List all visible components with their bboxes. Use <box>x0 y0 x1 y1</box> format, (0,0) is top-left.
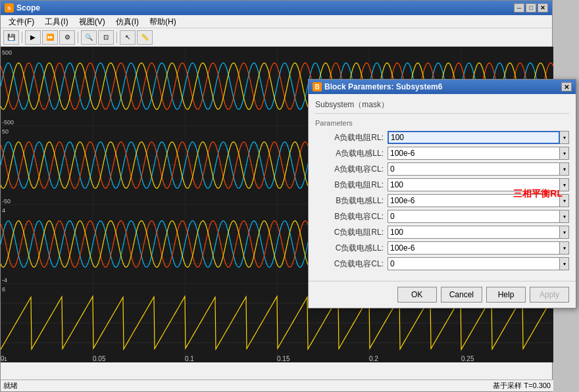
toolbar: 💾 ▶ ⏩ ⚙ 🔍 ⊡ ↖ 📏 <box>1 28 552 47</box>
param-menu-btn-8[interactable]: ▾ <box>560 257 569 270</box>
param-menu-btn-0[interactable]: ▾ <box>560 131 569 144</box>
param-input-2[interactable] <box>388 162 560 176</box>
minimize-button[interactable]: ─ <box>514 3 524 12</box>
param-label-0: A负载电阻RL: <box>315 132 388 143</box>
help-button[interactable]: Help <box>486 287 526 303</box>
block-params-dialog: B Block Parameters: Subsystem6 ✕ Subsyst… <box>308 79 576 308</box>
param-input-4[interactable] <box>388 194 560 207</box>
param-menu-btn-4[interactable]: ▾ <box>560 194 569 207</box>
scope-title-bar: S Scope ─ □ ✕ <box>1 1 552 15</box>
param-menu-btn-3[interactable]: ▾ <box>560 178 569 191</box>
apply-button[interactable]: Apply <box>530 287 569 303</box>
dialog-icon: B <box>313 82 322 91</box>
title-bar-left: S Scope <box>5 3 40 12</box>
param-input-7[interactable] <box>388 241 560 255</box>
ok-button[interactable]: OK <box>397 287 437 303</box>
param-input-1[interactable] <box>388 147 560 160</box>
param-row-8: C负载电容CL: ▾ <box>315 257 569 270</box>
dialog-subtitle: Subsystem（mask） <box>315 99 569 114</box>
scope-icon: S <box>5 3 14 12</box>
param-input-6[interactable] <box>388 226 560 239</box>
toolbar-fit-btn[interactable]: ⊡ <box>98 30 114 45</box>
close-button[interactable]: ✕ <box>538 3 548 12</box>
param-menu-btn-2[interactable]: ▾ <box>560 162 569 176</box>
dialog-title: Block Parameters: Subsystem6 <box>324 82 442 91</box>
param-input-8[interactable] <box>388 257 560 270</box>
param-input-3[interactable] <box>388 178 560 191</box>
menu-tools[interactable]: 工具(I) <box>39 15 73 28</box>
param-label-8: C负载电容CL: <box>315 258 388 270</box>
toolbar-cursor-btn[interactable]: ↖ <box>120 30 136 45</box>
menu-file[interactable]: 文件(F) <box>3 15 39 28</box>
status-bar: 就绪 基于采样 T=0.300 <box>1 380 553 391</box>
cancel-button[interactable]: Cancel <box>441 287 482 303</box>
toolbar-step-btn[interactable]: ⏩ <box>42 30 58 45</box>
param-input-0[interactable] <box>388 131 560 144</box>
toolbar-sep1 <box>22 32 22 43</box>
param-label-7: C负载电感LL: <box>315 243 388 254</box>
param-label-3: B负载电阻RL: <box>315 180 388 191</box>
toolbar-settings-btn[interactable]: ⚙ <box>59 30 75 45</box>
status-right: 基于采样 T=0.300 <box>493 381 551 391</box>
dialog-buttons: OK Cancel Help Apply <box>309 281 576 308</box>
param-menu-btn-7[interactable]: ▾ <box>560 241 569 255</box>
status-left: 就绪 <box>3 381 18 391</box>
scope-title: Scope <box>16 3 40 12</box>
param-label-4: B负载电感LL: <box>315 195 388 207</box>
param-label-2: A负载电容CL: <box>315 164 388 175</box>
param-row-1: A负载电感LL: ▾ <box>315 147 569 160</box>
param-label-6: C负载电阻RL: <box>315 227 388 238</box>
toolbar-measure-btn[interactable]: 📏 <box>137 30 153 45</box>
maximize-button[interactable]: □ <box>526 3 536 12</box>
param-menu-btn-1[interactable]: ▾ <box>560 147 569 160</box>
toolbar-sep2 <box>78 32 78 43</box>
menu-help[interactable]: 帮助(H) <box>144 15 182 28</box>
param-input-5[interactable] <box>388 210 560 223</box>
param-menu-btn-5[interactable]: ▾ <box>560 210 569 223</box>
toolbar-zoom-in-btn[interactable]: 🔍 <box>81 30 97 45</box>
param-row-2: A负载电容CL: ▾ <box>315 162 569 176</box>
dialog-close-btn[interactable]: ✕ <box>561 82 572 91</box>
param-row-7: C负载电感LL: ▾ <box>315 241 569 255</box>
param-menu-btn-6[interactable]: ▾ <box>560 226 569 239</box>
dialog-section-label: Parameters <box>315 119 569 127</box>
param-row-6: C负载电阻RL: ▾ <box>315 226 569 239</box>
param-row-4: B负载电感LL: ▾ <box>315 194 569 207</box>
param-row-3: B负载电阻RL: ▾ <box>315 178 569 191</box>
dialog-title-left: B Block Parameters: Subsystem6 <box>313 82 442 91</box>
toolbar-play-btn[interactable]: ▶ <box>25 30 41 45</box>
menu-view[interactable]: 视图(V) <box>74 15 111 28</box>
menu-bar: 文件(F) 工具(I) 视图(V) 仿真(I) 帮助(H) <box>1 15 552 28</box>
menu-sim[interactable]: 仿真(I) <box>111 15 144 28</box>
toolbar-save-btn[interactable]: 💾 <box>3 30 19 45</box>
param-row-0: A负载电阻RL: ▾ <box>315 131 569 144</box>
param-row-5: B负载电容CL: ▾ <box>315 210 569 223</box>
dialog-title-bar: B Block Parameters: Subsystem6 ✕ <box>309 80 576 94</box>
dialog-body: Subsystem（mask） Parameters A负载电阻RL: ▾ A负… <box>309 94 576 278</box>
param-label-1: A负载电感LL: <box>315 148 388 159</box>
toolbar-sep3 <box>116 32 117 43</box>
title-bar-controls: ─ □ ✕ <box>514 3 548 12</box>
param-label-5: B负载电容CL: <box>315 211 388 222</box>
